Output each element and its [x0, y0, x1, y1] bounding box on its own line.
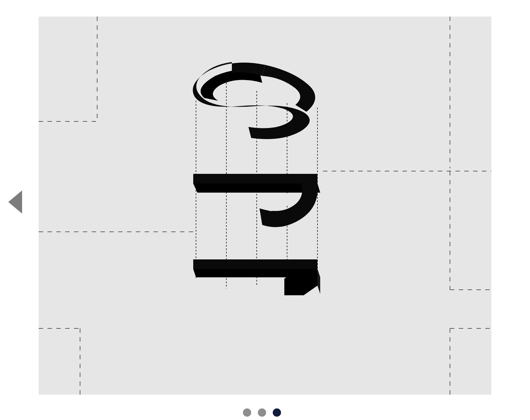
- svg-marker-17: [317, 269, 320, 294]
- letter-S: [193, 62, 315, 139]
- slide-graphic: [39, 17, 491, 395]
- carousel-dot-3[interactable]: [273, 408, 281, 417]
- slide-stage: [39, 17, 491, 395]
- carousel-prev-arrow[interactable]: [8, 190, 22, 214]
- letter-L: [193, 259, 320, 295]
- carousel-dots: [243, 408, 281, 417]
- carousel-dot-2[interactable]: [258, 408, 266, 417]
- svg-marker-18: [193, 259, 317, 269]
- carousel-dot-1[interactable]: [243, 408, 251, 417]
- svg-point-20: [263, 94, 289, 104]
